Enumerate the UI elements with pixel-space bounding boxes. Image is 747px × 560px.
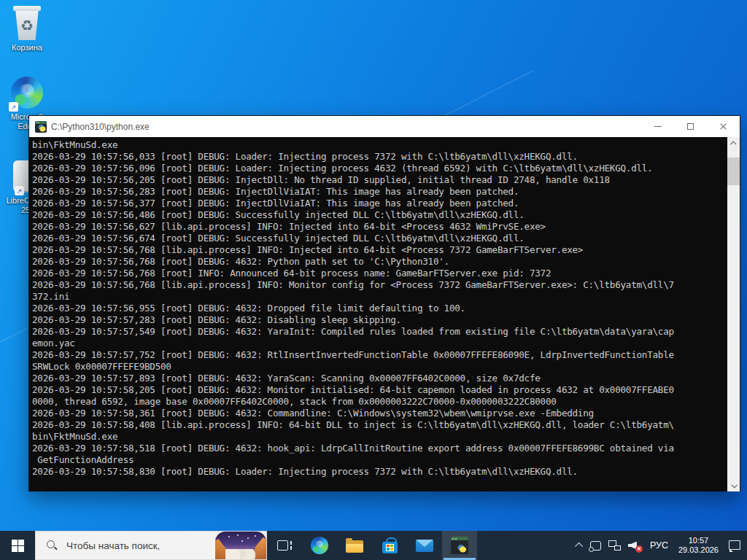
console-output[interactable]: bin\FktMnuSd.exe2026-03-29 10:57:56,033 … [29,137,740,491]
console-log: bin\FktMnuSd.exe2026-03-29 10:57:56,033 … [32,139,727,478]
start-button[interactable] [0,531,35,560]
shortcut-arrow-icon: ↗ [9,102,18,112]
recycle-bin-icon: ♻ [10,6,44,41]
taskbar-store-button[interactable] [372,531,407,560]
clock-date: 29.03.2026 [678,545,719,555]
python-console-icon [35,121,47,133]
console-line: 2026-03-29 10:57:58,205 [root] DEBUG: 46… [32,384,727,396]
edge-icon: ↗ [10,77,44,110]
console-line: 2026-03-29 10:57:56,674 [root] DEBUG: Su… [32,233,727,244]
console-line: 2026-03-29 10:57:58,361 [root] DEBUG: 46… [32,408,727,419]
task-view-button[interactable] [267,531,302,560]
console-line: bin\FktMnuSd.exe [32,431,727,443]
file-explorer-icon [346,539,363,553]
show-hidden-icons-button[interactable] [573,531,587,560]
taskbar: Чтобы начать поиск, [0,531,747,560]
search-input[interactable]: Чтобы начать поиск, [35,531,267,560]
maximize-icon [687,123,694,130]
language-indicator[interactable]: РУС [645,531,673,560]
console-line: SRWLock 0x00007FFEFE9BD500 [32,361,727,373]
taskbar-file-explorer-button[interactable] [337,531,372,560]
scrollbar-down-arrow[interactable] [727,479,740,491]
console-line: 2026-03-29 10:57:57,893 [root] DEBUG: 46… [32,373,727,384]
windows-logo-icon [12,540,24,552]
search-placeholder: Чтобы начать поиск, [66,540,160,551]
clock-time: 10:57 [678,536,719,545]
console-line: 372.ini [32,291,727,303]
console-line: 2026-03-29 10:57:58,518 [root] DEBUG: 46… [32,443,727,454]
scrollbar-up-arrow[interactable] [727,137,740,149]
window-title: C:\Python310\python.exe [51,122,641,132]
tray-device-button[interactable] [587,531,605,560]
console-line: 2026-03-29 10:57:56,377 [root] DEBUG: In… [32,198,727,209]
volume-muted-icon: ✕ [628,540,641,551]
console-line: 2026-03-29 10:57:56,955 [root] DEBUG: 46… [32,303,727,314]
taskbar-python-console-button[interactable] [442,531,477,560]
console-line: 2026-03-29 10:57:56,096 [root] DEBUG: Lo… [32,163,727,174]
recycle-bin-label: Корзина [0,43,54,52]
console-line: 2026-03-29 10:57:56,205 [root] DEBUG: In… [32,174,727,186]
console-line: 0000, thread 6592, image base 0x00007FF6… [32,396,727,408]
clock[interactable]: 10:57 29.03.2026 [673,531,724,560]
scrollbar-thumb[interactable] [727,158,740,185]
minimize-icon [654,126,662,127]
console-scrollbar[interactable] [727,137,740,491]
edge-icon [311,537,328,554]
console-line: 2026-03-29 10:57:56,627 [lib.api.process… [32,221,727,233]
console-line: emon.yac [32,338,727,349]
network-icon [608,540,621,551]
close-button[interactable] [707,116,740,137]
search-icon [46,540,58,551]
window-titlebar[interactable]: C:\Python310\python.exe [29,116,740,137]
console-line: GetFunctionAddress [32,454,727,466]
taskbar-mail-button[interactable] [407,531,442,560]
microsoft-store-icon [382,542,398,553]
minimize-button[interactable] [641,116,674,137]
close-icon [719,122,727,131]
search-highlight-image[interactable] [215,532,266,559]
console-line: 2026-03-29 10:57:56,768 [root] INFO: Ann… [32,268,727,279]
console-line: 2026-03-29 10:57:56,768 [lib.api.process… [32,279,727,291]
console-line: 2026-03-29 10:57:58,408 [lib.api.process… [32,419,727,431]
tray-network-button[interactable] [605,531,624,560]
desktop-icon-recycle-bin[interactable]: ♻ Корзина [0,6,54,52]
console-line: 2026-03-29 10:57:58,830 [root] DEBUG: Lo… [32,466,727,478]
taskbar-edge-button[interactable] [302,531,337,560]
device-icon [590,541,601,551]
tray-volume-button[interactable]: ✕ [624,531,645,560]
console-line: 2026-03-29 10:57:56,768 [lib.api.process… [32,244,727,256]
console-window: C:\Python310\python.exe bin\FktMnuSd.exe… [28,115,740,491]
action-center-button[interactable] [724,531,744,560]
console-line: 2026-03-29 10:57:56,033 [root] DEBUG: Lo… [32,151,727,163]
maximize-button[interactable] [674,116,707,137]
console-line: 2026-03-29 10:57:57,283 [root] DEBUG: 46… [32,314,727,326]
console-line: 2026-03-29 10:57:57,752 [root] DEBUG: 46… [32,349,727,361]
chevron-up-icon [575,542,583,551]
shortcut-arrow-icon: ↗ [15,186,24,195]
console-line: 2026-03-29 10:57:56,486 [root] DEBUG: Su… [32,209,727,221]
console-line: bin\FktMnuSd.exe [32,139,727,151]
console-line: 2026-03-29 10:57:56,768 [root] DEBUG: 46… [32,256,727,268]
mail-icon [416,540,433,552]
python-console-icon [451,537,468,554]
console-line: 2026-03-29 10:57:56,283 [root] DEBUG: In… [32,186,727,198]
console-line: 2026-03-29 10:57:57,549 [root] DEBUG: 46… [32,326,727,338]
system-tray: ✕ РУС 10:57 29.03.2026 [573,531,747,560]
task-view-icon [277,540,292,551]
action-center-icon [727,540,740,551]
